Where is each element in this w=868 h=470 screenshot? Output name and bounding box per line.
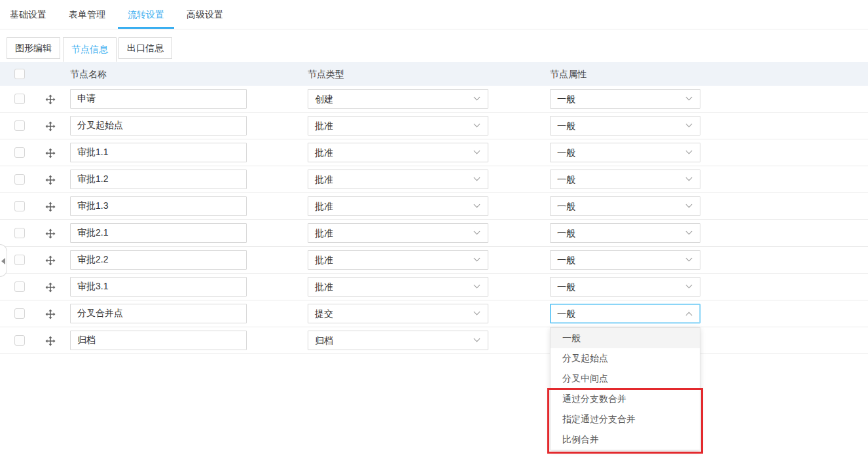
node-attr-value: 一般 (557, 90, 575, 108)
chevron-down-icon (474, 202, 480, 208)
table-body: 创建 一般 批准 一般 (0, 86, 868, 354)
tab-advanced-settings[interactable]: 高级设置 (177, 0, 233, 29)
dropdown-option[interactable]: 指定通过分支合并 (551, 409, 700, 429)
node-type-select[interactable]: 批准 (308, 277, 488, 297)
node-name-input[interactable] (70, 250, 247, 270)
table-row: 批准 一般 (0, 274, 868, 300)
node-attr-select[interactable]: 一般 (550, 143, 700, 162)
table-row: 批准 一般 (0, 139, 868, 166)
chevron-down-icon (686, 255, 693, 262)
node-type-value: 批准 (315, 143, 333, 162)
node-attr-value: 一般 (557, 197, 575, 215)
chevron-down-icon (686, 148, 693, 154)
row-checkbox[interactable] (14, 308, 25, 319)
node-attr-value: 一般 (557, 224, 575, 242)
table-row: 归档 一般 (0, 327, 868, 354)
column-node-type: 节点类型 (308, 62, 344, 86)
move-handle-icon[interactable] (45, 148, 56, 158)
node-name-input[interactable] (70, 331, 247, 350)
move-handle-icon[interactable] (45, 94, 56, 105)
tab-flow-settings[interactable]: 流转设置 (118, 0, 174, 29)
node-type-select[interactable]: 批准 (308, 196, 488, 216)
node-name-input[interactable] (70, 89, 247, 109)
dropdown-option[interactable]: 分叉中间点 (551, 369, 700, 389)
select-all-checkbox[interactable] (14, 69, 25, 79)
row-checkbox[interactable] (14, 147, 25, 158)
dropdown-option[interactable]: 比例合并 (551, 429, 700, 450)
node-attr-select[interactable]: 一般 (550, 89, 700, 109)
dropdown-option[interactable]: 一般 (551, 328, 700, 348)
node-type-select[interactable]: 批准 (308, 143, 488, 162)
dropdown-option[interactable]: 分叉起始点 (551, 348, 700, 369)
node-type-select[interactable]: 创建 (308, 89, 488, 109)
move-handle-icon[interactable] (45, 282, 56, 293)
row-checkbox[interactable] (14, 201, 25, 211)
node-type-value: 批准 (315, 224, 333, 242)
row-checkbox[interactable] (14, 120, 25, 131)
node-attr-select[interactable]: 一般 (550, 196, 700, 216)
node-type-select[interactable]: 批准 (308, 116, 488, 136)
move-handle-icon[interactable] (45, 121, 56, 132)
row-checkbox[interactable] (14, 281, 25, 292)
table-row: 批准 一般 (0, 166, 868, 193)
node-attr-select[interactable]: 一般 (550, 170, 700, 189)
chevron-down-icon (686, 94, 693, 101)
column-node-name: 节点名称 (70, 62, 107, 86)
node-attr-select[interactable]: 一般 (550, 304, 700, 323)
top-tab-bar: 基础设置 表单管理 流转设置 高级设置 (0, 0, 868, 29)
node-type-select[interactable]: 归档 (308, 331, 488, 350)
node-attr-select[interactable]: 一般 (550, 277, 700, 297)
node-attr-value: 一般 (557, 117, 575, 135)
node-name-input[interactable] (70, 170, 247, 189)
node-type-select[interactable]: 批准 (308, 250, 488, 270)
node-name-input[interactable] (70, 223, 247, 243)
chevron-down-icon (474, 94, 480, 101)
move-handle-icon[interactable] (45, 202, 56, 212)
node-type-select[interactable]: 批准 (308, 223, 488, 243)
node-name-input[interactable] (70, 116, 247, 136)
tab-basic-settings[interactable]: 基础设置 (0, 0, 56, 29)
subtab-node-info[interactable]: 节点信息 (63, 37, 117, 62)
column-node-attr: 节点属性 (550, 62, 587, 86)
row-checkbox[interactable] (14, 335, 25, 346)
node-attr-dropdown: 一般 分叉起始点 分叉中间点 通过分支数合并 指定通过分支合并 比例合并 (550, 327, 700, 450)
node-type-value: 批准 (315, 170, 333, 189)
move-handle-icon[interactable] (45, 309, 56, 319)
chevron-down-icon (474, 336, 480, 342)
node-attr-select[interactable]: 一般 (550, 250, 700, 270)
chevron-down-icon (686, 282, 693, 289)
tab-form-management[interactable]: 表单管理 (59, 0, 115, 29)
row-checkbox[interactable] (14, 94, 25, 104)
node-type-select[interactable]: 提交 (308, 304, 488, 323)
node-name-input[interactable] (70, 196, 247, 216)
table-row: 提交 一般 (0, 300, 868, 327)
node-name-input[interactable] (70, 143, 247, 162)
subtab-graphic-edit[interactable]: 图形编辑 (7, 37, 60, 59)
move-handle-icon[interactable] (45, 336, 56, 346)
node-type-value: 创建 (315, 90, 333, 108)
node-attr-value: 一般 (557, 304, 575, 323)
row-checkbox[interactable] (14, 228, 25, 238)
node-type-value: 批准 (315, 117, 333, 135)
dropdown-option[interactable]: 通过分支数合并 (551, 389, 700, 409)
node-name-input[interactable] (70, 304, 247, 323)
subtab-exit-info[interactable]: 出口信息 (118, 37, 172, 59)
table-header: 节点名称 节点类型 节点属性 (0, 62, 868, 86)
node-type-value: 归档 (315, 331, 333, 350)
chevron-down-icon (686, 202, 693, 208)
node-attr-select[interactable]: 一般 (550, 116, 700, 136)
chevron-up-icon (686, 312, 693, 319)
sub-tab-bar: 图形编辑 节点信息 出口信息 节点回收站 (0, 29, 868, 62)
row-checkbox[interactable] (14, 255, 25, 265)
move-handle-icon[interactable] (45, 175, 56, 185)
node-type-select[interactable]: 批准 (308, 170, 488, 189)
chevron-down-icon (474, 228, 480, 235)
node-name-input[interactable] (70, 277, 247, 297)
move-handle-icon[interactable] (45, 228, 56, 239)
move-handle-icon[interactable] (45, 255, 56, 266)
chevron-down-icon (474, 282, 480, 289)
workflow-settings-page: 基础设置 表单管理 流转设置 高级设置 图形编辑 节点信息 出口信息 节点回收站… (0, 0, 868, 470)
node-attr-select[interactable]: 一般 (550, 223, 700, 243)
drawer-collapse-handle[interactable] (0, 244, 7, 277)
row-checkbox[interactable] (14, 174, 25, 185)
